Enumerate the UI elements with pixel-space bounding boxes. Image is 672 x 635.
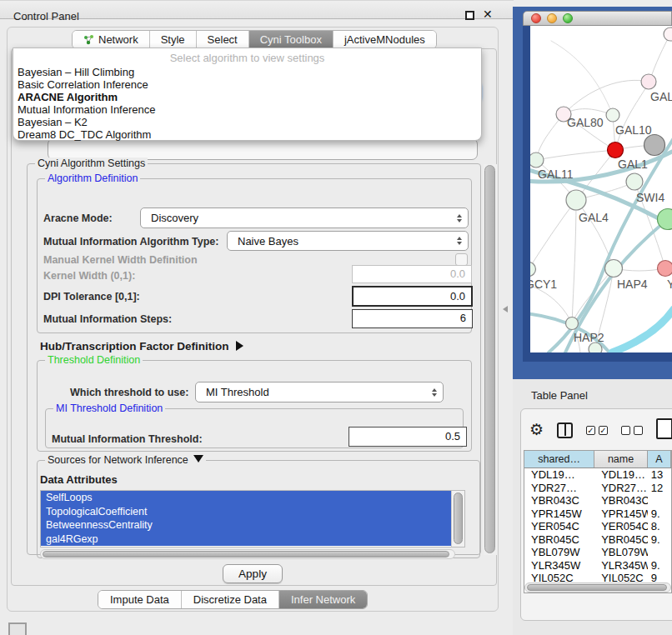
network-node-gray-node[interactable] <box>644 135 665 156</box>
stepper-arrows-icon <box>432 382 437 402</box>
table-row[interactable]: YDL19…YDL19…13 <box>524 468 671 482</box>
network-node-GAL1[interactable] <box>608 142 624 158</box>
table-cell: 12 <box>648 482 671 495</box>
hub-definition-toggle[interactable]: Hub/Transcription Factor Definition <box>40 340 243 352</box>
splitter-collapse-icon[interactable] <box>503 306 508 312</box>
scrollbar-thumb[interactable] <box>43 551 449 558</box>
table-row[interactable]: YDR27…YDR27…12 <box>524 482 671 495</box>
network-node-Y-cut[interactable] <box>658 261 672 277</box>
stepper-arrows-icon <box>457 208 462 228</box>
tab-style[interactable]: Style <box>150 31 197 48</box>
apply-button[interactable]: Apply <box>223 564 283 583</box>
checked-boxes-icon[interactable]: ✓✓ <box>586 426 608 435</box>
attributes-horizontal-scrollbar[interactable] <box>40 549 455 559</box>
split-columns-icon[interactable] <box>557 422 573 438</box>
dock-handle-icon[interactable] <box>8 622 27 635</box>
network-node-bottom-partial[interactable] <box>589 342 602 352</box>
scrollbar-thumb[interactable] <box>454 492 463 544</box>
network-node-GAL4[interactable] <box>566 190 586 210</box>
mi-algorithm-type-select[interactable]: Naive Bayes <box>227 231 469 251</box>
document-icon[interactable] <box>656 418 672 439</box>
table-cell: YBR045C <box>524 533 594 547</box>
column-header-shared[interactable]: shared… <box>524 451 594 468</box>
mi-threshold-field[interactable]: 0.5 <box>349 427 467 447</box>
network-edge <box>564 80 649 114</box>
close-traffic-light-icon[interactable] <box>531 13 541 23</box>
stepper-arrows-icon <box>457 232 462 250</box>
dpi-tolerance-field[interactable]: 0.0 <box>352 286 473 307</box>
mi-steps-field[interactable]: 6 <box>352 309 473 328</box>
table-row[interactable]: YBR043CYBR043C <box>524 494 671 508</box>
table-row[interactable]: YBL079WYBL079W <box>524 546 671 559</box>
table-panel-title: Table Panel <box>531 389 588 402</box>
zoom-traffic-light-icon[interactable] <box>563 13 573 23</box>
mi-type-value: Naive Bayes <box>238 235 298 248</box>
aracne-mode-select[interactable]: Discovery <box>140 208 469 228</box>
network-node-HAP4[interactable] <box>605 260 623 278</box>
kernel-width-label: Kernel Width (0,1): <box>43 270 135 282</box>
table-cell: YBL079W <box>594 546 648 559</box>
bottom-tab-impute-data[interactable]: Impute Data <box>98 591 182 608</box>
tab-jactivemnodules[interactable]: jActiveMNodules <box>333 31 436 48</box>
network-node-GAL-cut[interactable] <box>641 74 656 89</box>
dropdown-item-aracne-algorithm[interactable]: ARACNE Algorithm <box>13 91 481 103</box>
attribute-item-selfloops[interactable]: SelfLoops <box>41 491 451 505</box>
attribute-item-topologicalcoefficient[interactable]: TopologicalCoefficient <box>41 505 451 519</box>
expanded-arrow-icon <box>193 455 203 462</box>
network-node-HAP2[interactable] <box>566 318 579 330</box>
network-edge <box>551 41 613 115</box>
table-row[interactable]: YBR045CYBR045C9. <box>524 533 671 547</box>
network-canvas[interactable]: GALGAL80GAL10GAL1GAL11SWI4GAL4GCY1YHAP4H… <box>530 26 672 352</box>
close-icon[interactable]: ✕ <box>483 8 493 21</box>
attribute-item-betweennesscentrality[interactable]: BetweennessCentrality <box>41 518 451 532</box>
network-node-GCY1[interactable] <box>530 262 536 277</box>
unchecked-boxes-icon[interactable] <box>621 426 643 435</box>
table-cell: 9. <box>648 508 671 521</box>
manual-kernel-checkbox[interactable] <box>455 253 468 266</box>
which-threshold-label: Which threshold to use: <box>70 387 188 398</box>
tab-select[interactable]: Select <box>197 31 249 48</box>
network-window-titlebar[interactable] <box>523 11 672 26</box>
table-row[interactable]: YLR345WYLR345W9. <box>524 559 671 572</box>
dropdown-item-basic-correlation-inference[interactable]: Basic Correlation Inference <box>13 78 481 91</box>
settings-vertical-scrollbar[interactable] <box>484 164 497 555</box>
table-row[interactable]: YPR145WYPR145W9. <box>524 508 671 521</box>
network-node-SWI4[interactable] <box>626 173 643 190</box>
table-horizontal-scrollbar[interactable] <box>524 582 671 592</box>
network-edge <box>612 309 672 352</box>
network-edge <box>530 200 576 269</box>
dropdown-item-mutual-information-inference[interactable]: Mutual Information Inference <box>13 103 481 116</box>
cyni-algorithm-settings-title: Cyni Algorithm Settings <box>35 158 148 169</box>
node-label-HAP2: HAP2 <box>574 331 604 344</box>
sources-group-title[interactable]: Sources for Network Inference <box>45 454 206 466</box>
unchecked-box-icon <box>621 426 630 435</box>
scrollbar-thumb[interactable] <box>484 165 495 553</box>
network-graph: GALGAL80GAL10GAL1GAL11SWI4GAL4GCY1YHAP4H… <box>530 26 672 352</box>
network-node-GAL11[interactable] <box>530 152 544 168</box>
node-table: shared…nameA YDL19…YDL19…13YDR27…YDR27…1… <box>524 450 672 593</box>
attribute-item-gal4rgexp[interactable]: gal4RGexp <box>41 532 451 547</box>
float-window-icon[interactable] <box>465 11 474 20</box>
bottom-tab-infer-network[interactable]: Infer Network <box>279 591 367 608</box>
dropdown-item-bayesian-hill-climbing[interactable]: Bayesian – Hill Climbing <box>13 66 481 78</box>
data-attributes-label: Data Attributes <box>40 473 118 486</box>
dropdown-item-bayesian-k2[interactable]: Bayesian – K2 <box>13 116 481 128</box>
tab-cyni-toolbox[interactable]: Cyni Toolbox <box>249 31 333 48</box>
tab-network[interactable]: Network <box>73 31 150 48</box>
table-cell: YBR043C <box>594 494 648 508</box>
table-row[interactable]: YER054CYER054C8. <box>524 520 671 533</box>
gear-icon[interactable]: ⚙ <box>529 421 544 439</box>
network-node-top-partial[interactable] <box>664 28 672 41</box>
node-label-GAL-cut: GAL <box>650 90 672 103</box>
bottom-tab-discretize-data[interactable]: Discretize Data <box>182 591 279 608</box>
network-edge <box>536 150 615 160</box>
attributes-vertical-scrollbar[interactable] <box>451 491 464 547</box>
scrollbar-thumb[interactable] <box>527 584 667 591</box>
minimize-traffic-light-icon[interactable] <box>547 13 557 23</box>
column-header-name[interactable]: name <box>594 451 648 468</box>
column-header-a[interactable]: A <box>648 451 671 468</box>
dropdown-item-dream8-dc-tdc-algorithm[interactable]: Dream8 DC_TDC Algorithm <box>13 128 481 141</box>
network-node-GAL10[interactable] <box>606 108 619 122</box>
kernel-width-field: 0.0 <box>352 265 472 283</box>
which-threshold-select[interactable]: MI Threshold <box>195 382 444 402</box>
